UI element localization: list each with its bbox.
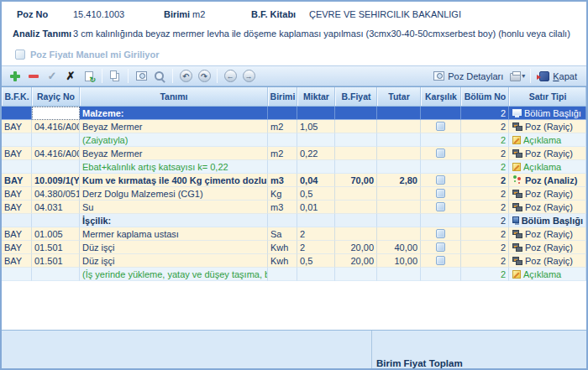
cell-bolum: 2 (461, 160, 509, 174)
karsilik-checkbox[interactable] (436, 175, 445, 185)
poz-rayic-icon (512, 203, 522, 211)
cell-satir: Poz (Rayiç) (509, 201, 586, 214)
cell-rayic: 04.380/051 (32, 187, 80, 201)
table-row[interactable]: BAY04.031Sum30,012Poz (Rayiç) (2, 201, 586, 214)
poz-analiz-icon (512, 175, 522, 185)
karsilik-checkbox[interactable] (436, 149, 445, 158)
table-row[interactable]: İşçilik:2Bölüm Başlığı (2, 214, 586, 227)
cell-tanim: Beyaz Mermer (80, 147, 268, 160)
karsilik-checkbox[interactable] (436, 122, 445, 131)
column-header-bfk[interactable]: B.F.K. (2, 87, 32, 106)
karsilik-checkbox[interactable] (436, 256, 445, 265)
cell-rayic (32, 133, 80, 147)
poz-rayic-icon (512, 243, 522, 252)
table-row[interactable]: (İş yerinde yükleme, yatay ve düşey taşı… (2, 268, 586, 281)
karsilik-checkbox[interactable] (436, 242, 445, 252)
column-header-birimi[interactable]: Birimi (268, 87, 297, 106)
previous-record-button[interactable] (222, 68, 239, 85)
cell-tutar (377, 227, 421, 241)
cell-bolum: 2 (461, 214, 509, 227)
table-row[interactable]: Ebat+kalınlık artış katsayısı k= 0,222Aç… (2, 160, 586, 174)
cell-rayic: 01.501 (32, 254, 80, 268)
cell-bfiyat: 20,00 (335, 241, 377, 254)
print-preview-button[interactable] (133, 68, 150, 85)
satir-tipi-label: Poz (Rayiç) (525, 149, 573, 159)
table-row[interactable]: BAY01.501Düz işçiKwh220,0040,002Poz (Ray… (2, 241, 586, 254)
redo-button[interactable] (196, 68, 213, 85)
column-header-satir-tipi[interactable]: Satır Tipi (509, 87, 586, 106)
column-header-karsilik[interactable]: Karşılık (421, 87, 461, 106)
section-header-icon (512, 109, 522, 116)
cell-bolum: 2 (461, 107, 509, 120)
toolbar: Poz Detayları ▾ Kapat (2, 65, 586, 86)
remove-row-button[interactable] (25, 68, 42, 85)
left-arrow-icon (224, 70, 237, 82)
cell-bfk (2, 107, 32, 120)
column-header-tutar[interactable]: Tutar (377, 87, 421, 106)
cell-tutar (377, 268, 421, 281)
table-row[interactable]: (Zaiyatıyla)2Açıklama (2, 133, 586, 147)
table-row[interactable]: BAY01.005Mermer kaplama ustasıSa22Poz (R… (2, 227, 586, 241)
kapat-label: Kapat (553, 71, 577, 81)
manual-price-checkbox[interactable] (15, 50, 25, 60)
printer-icon (510, 73, 521, 81)
column-header-miktar[interactable]: Miktar (297, 87, 335, 106)
table-row[interactable]: BAY10.009/1(Y)Kum ve kırmataş ile 400 Kg… (2, 174, 586, 187)
table-row[interactable]: BAY04.380/051Derz Dolgu Malzemesi (CG1)K… (2, 187, 586, 201)
table-row[interactable]: Malzeme:2Bölüm Başlığı (2, 107, 586, 120)
cell-karsilik (421, 147, 461, 160)
cell-bolum: 2 (461, 187, 509, 201)
find-button[interactable] (151, 68, 168, 85)
cell-satir: Poz (Rayiç) (509, 227, 586, 241)
karsilik-checkbox[interactable] (436, 189, 445, 198)
cell-tanim: Derz Dolgu Malzemesi (CG1) (80, 187, 268, 201)
cell-karsilik (421, 214, 461, 227)
poz-detaylari-button[interactable]: Poz Detayları (429, 68, 507, 85)
next-record-button[interactable] (240, 68, 257, 85)
table-row[interactable]: BAY01.501Düz işçiKwh0,520,0010,002Poz (R… (2, 254, 586, 268)
karsilik-checkbox[interactable] (436, 202, 445, 211)
satir-tipi-label: Açıklama (523, 269, 561, 279)
column-header-rayic-no[interactable]: Rayiç No (32, 87, 80, 106)
satir-tipi-label: Açıklama (523, 135, 561, 145)
cell-birimi: m3 (268, 201, 297, 214)
cell-bfiyat (335, 133, 377, 147)
column-header-bolum-no[interactable]: Bölüm No (461, 87, 509, 106)
apply-button[interactable] (44, 68, 60, 85)
cell-bfiyat (335, 187, 377, 201)
minus-icon (29, 75, 39, 78)
kapat-button[interactable]: Kapat (535, 68, 581, 85)
satir-tipi-label: Poz (Rayiç) (525, 189, 573, 199)
cell-tutar (377, 133, 421, 147)
column-header-bfiyat[interactable]: B.Fiyat (335, 87, 377, 106)
cell-satir: Poz (Rayiç) (509, 241, 586, 254)
cell-tutar (377, 214, 421, 227)
copy-button[interactable] (107, 68, 123, 85)
cell-miktar: 0,04 (297, 174, 335, 187)
table-row[interactable]: BAY04.416/A001Beyaz Mermerm21,052Poz (Ra… (2, 120, 586, 133)
bf-kitabi-value: ÇEVRE VE SEHIRCILIK BAKANLIGI (309, 9, 461, 19)
column-header-tanimi[interactable]: Tanımı (80, 87, 268, 106)
cell-bolum: 2 (461, 254, 509, 268)
cell-karsilik (421, 160, 461, 174)
cell-birimi: Kwh (268, 241, 297, 254)
copy-icon (110, 70, 117, 79)
print-button[interactable]: ▾ (509, 68, 526, 85)
cell-bolum: 2 (461, 133, 509, 147)
footer-right-pane: Birim Fiyat Toplam (372, 331, 586, 368)
karsilik-checkbox[interactable] (436, 229, 445, 238)
cancel-button[interactable] (62, 68, 79, 85)
cell-bolum: 2 (461, 268, 509, 281)
add-row-button[interactable] (7, 68, 24, 85)
cell-birimi (268, 268, 297, 281)
refresh-document-button[interactable] (81, 68, 97, 85)
cell-miktar: 0,22 (297, 147, 335, 160)
cell-bfiyat (335, 147, 377, 160)
cell-miktar (297, 107, 335, 120)
cell-rayic: 04.416/A001 (32, 120, 80, 133)
x-icon (66, 70, 76, 82)
poz-analiz-window: Poz No 15.410.1003 Birimi m2 B.F. Kitabı… (0, 0, 588, 370)
table-row[interactable]: BAY04.416/A001Beyaz Mermerm20,222Poz (Ra… (2, 147, 586, 160)
cell-satir: Bölüm Başlığı (509, 214, 586, 227)
undo-button[interactable] (177, 68, 194, 85)
